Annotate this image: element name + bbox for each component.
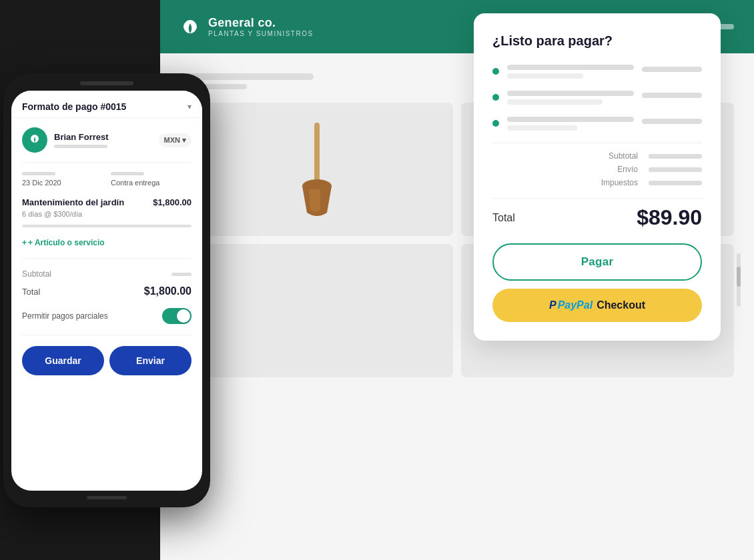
impuestos-bar [649, 181, 702, 185]
line-details-2 [507, 91, 634, 105]
delivery-value: Contra entrega [111, 179, 192, 187]
line-item-3 [492, 117, 702, 131]
currency-label: MXN [164, 136, 180, 144]
checkout-total-row: Total $89.90 [492, 198, 702, 243]
phone-subtotal-label: Subtotal [22, 269, 51, 279]
phone-header: Formato de pago #0015 ▾ [11, 91, 202, 118]
line-bar-short-3 [507, 125, 577, 131]
impuestos-label: Impuestos [601, 178, 638, 187]
phone-subtotal-bar [171, 273, 192, 276]
product-card-shovel [180, 103, 453, 236]
line-dot-1 [492, 68, 499, 75]
checkout-panel: ¿Listo para pagar? Subtotal Envío [474, 13, 721, 341]
brand-name: General co. [208, 16, 314, 30]
service-desc: 6 días @ $300/día [22, 210, 192, 218]
checkout-subtotals: Subtotal Envío Impuestos [492, 143, 702, 187]
total-label: Total [492, 212, 515, 224]
add-item-button[interactable]: + + Artículo o servicio [22, 238, 192, 259]
paypal-checkout-label: Checkout [597, 299, 645, 311]
save-button[interactable]: Guardar [22, 346, 104, 375]
date-value: 23 Dic 2020 [22, 179, 103, 187]
phone-actions: Guardar Enviar [22, 346, 192, 375]
brand-logo-icon [180, 17, 200, 37]
paypal-aypal-icon: PayPal [558, 299, 593, 311]
send-button[interactable]: Enviar [109, 346, 192, 375]
line-amount-1 [642, 67, 702, 72]
avatar-leaf-icon [27, 133, 42, 147]
line-item-1 [492, 65, 702, 79]
line-bar-long-2 [507, 91, 634, 96]
line-bar-long-1 [507, 65, 634, 70]
line-bar-short-2 [507, 99, 603, 105]
brand-subtitle: PLANTAS Y SUMINISTROS [208, 30, 314, 37]
subtotal-row: Subtotal [492, 151, 702, 161]
user-info: Brian Forrest [54, 132, 152, 148]
envio-row: Envío [492, 165, 702, 174]
product-card-3 [180, 244, 453, 377]
scrollbar-thumb[interactable] [737, 267, 741, 287]
currency-badge[interactable]: MXN ▾ [159, 133, 192, 147]
line-item-2 [492, 91, 702, 105]
brand-text: General co. PLANTAS Y SUMINISTROS [208, 16, 314, 37]
envio-bar [649, 167, 702, 172]
delivery-field: Contra entrega [111, 172, 192, 187]
envio-label: Envío [617, 165, 638, 174]
dates-row: 23 Dic 2020 Contra entrega [22, 172, 192, 187]
toggle-label: Permitir pagos parciales [22, 311, 108, 321]
date-field: 23 Dic 2020 [22, 172, 103, 187]
phone-total-row: Total $1,800.00 [22, 283, 192, 297]
checkout-title: ¿Listo para pagar? [492, 33, 702, 49]
line-bar-short-1 [507, 73, 583, 79]
phone-body: Brian Forrest MXN ▾ 23 Dic 2020 [11, 118, 202, 385]
phone-subtotal-row: Subtotal [22, 269, 192, 279]
impuestos-row: Impuestos [492, 178, 702, 187]
service-name: Mantenimiento del jardín [22, 197, 124, 207]
toggle-knob [177, 309, 190, 323]
line-bar-long-3 [507, 117, 634, 122]
line-dot-2 [492, 94, 499, 101]
delivery-field-bar [111, 172, 144, 175]
service-bar [22, 225, 192, 227]
partial-payments-row: Permitir pagos parciales [22, 308, 192, 335]
line-amount-3 [642, 119, 702, 124]
paypal-logo: PPayPal [549, 299, 593, 311]
shovel-icon [284, 116, 350, 223]
add-icon: + [22, 238, 27, 247]
phone-frame: Formato de pago #0015 ▾ Brian Forrest [3, 73, 210, 507]
phone-total-amount: $1,800.00 [144, 285, 192, 297]
line-details-3 [507, 117, 634, 131]
subtotal-bar [649, 154, 702, 159]
currency-arrow: ▾ [182, 136, 186, 145]
phone-title: Formato de pago #0015 [22, 101, 126, 112]
service-row: Mantenimiento del jardín $1,800.00 [22, 197, 192, 207]
date-field-bar [22, 172, 55, 175]
phone-container: Formato de pago #0015 ▾ Brian Forrest [0, 53, 214, 560]
phone-screen: Formato de pago #0015 ▾ Brian Forrest [11, 91, 202, 491]
line-details-1 [507, 65, 634, 79]
svg-rect-0 [314, 123, 320, 183]
phone-title-row: Formato de pago #0015 ▾ [22, 101, 192, 112]
phone-total-label: Total [22, 287, 40, 297]
avatar [22, 127, 47, 153]
user-name: Brian Forrest [54, 132, 152, 142]
total-amount: $89.90 [637, 205, 702, 230]
paypal-checkout-button[interactable]: PPayPal Checkout [492, 289, 702, 322]
user-row: Brian Forrest MXN ▾ [22, 127, 192, 163]
scrollbar[interactable] [737, 253, 741, 307]
subtotal-label: Subtotal [609, 151, 638, 161]
dropdown-arrow-icon[interactable]: ▾ [187, 102, 192, 111]
user-bar [54, 145, 107, 148]
pagar-button[interactable]: Pagar [492, 243, 702, 281]
phone-notch [80, 81, 133, 85]
paypal-p-icon: P [549, 299, 556, 311]
service-amount: $1,800.00 [153, 197, 192, 207]
line-amount-2 [642, 93, 702, 98]
add-item-label: + Artículo o servicio [28, 238, 105, 247]
phone-bottom-bar [87, 496, 127, 499]
partial-payments-toggle[interactable] [162, 308, 192, 324]
line-dot-3 [492, 120, 499, 127]
